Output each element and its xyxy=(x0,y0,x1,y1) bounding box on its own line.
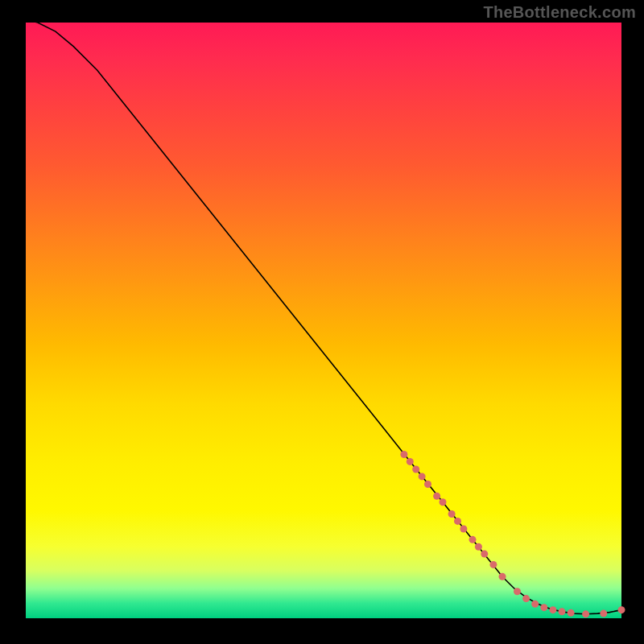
data-point xyxy=(433,493,440,500)
plot-area xyxy=(26,23,621,618)
data-point xyxy=(448,510,456,518)
data-point xyxy=(540,604,547,611)
data-point xyxy=(618,606,625,613)
data-point xyxy=(499,573,506,580)
data-point xyxy=(469,536,477,543)
data-point xyxy=(412,466,419,473)
data-point xyxy=(440,498,447,506)
data-point xyxy=(582,610,589,617)
data-point xyxy=(559,608,566,615)
plot-svg xyxy=(26,23,621,618)
data-point xyxy=(522,595,530,602)
data-point xyxy=(600,610,607,617)
data-point xyxy=(400,451,407,458)
data-point xyxy=(568,609,575,617)
data-point xyxy=(454,518,461,525)
data-point xyxy=(531,601,539,608)
bottleneck-curve xyxy=(26,19,621,614)
data-point xyxy=(460,526,467,533)
data-point xyxy=(514,588,521,595)
data-point xyxy=(481,551,488,558)
data-point xyxy=(419,473,426,480)
data-point xyxy=(549,606,556,613)
data-point xyxy=(475,543,482,551)
data-point xyxy=(424,481,431,488)
highlight-points xyxy=(400,451,625,617)
data-point xyxy=(407,458,414,465)
watermark-label: TheBottleneck.com xyxy=(483,3,636,22)
data-point xyxy=(489,561,497,568)
